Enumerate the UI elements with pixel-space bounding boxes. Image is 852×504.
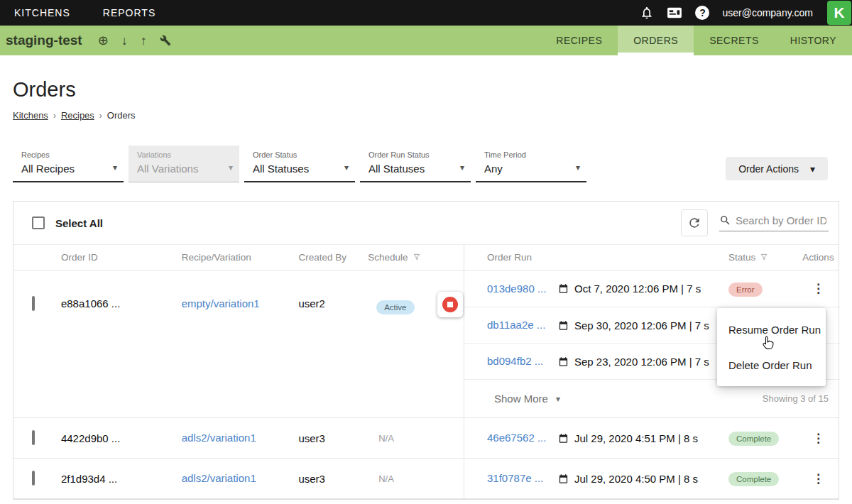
column-recipe-variation: Recipe/Variation [182,252,299,263]
filter-value: All Variations [137,163,224,175]
row-checkbox[interactable] [32,296,35,311]
filter-value: All Statuses [368,163,455,175]
filter-value: All Recipes [21,163,108,175]
filter-value: All Statuses [253,163,339,175]
run-status-badge: Error [728,283,763,297]
nav-kitchens[interactable]: KITCHENS [14,7,70,18]
select-all-checkbox[interactable] [32,217,45,229]
filter-recipes[interactable]: Recipes All Recipes ▾ [13,146,124,182]
apps-icon[interactable] [667,6,682,19]
tab-recipes[interactable]: RECIPES [540,26,618,55]
filter-order-run-status[interactable]: Order Run Status All Statuses ▾ [360,146,471,182]
select-all-label: Select All [55,217,103,229]
stop-schedule-button[interactable] [437,292,463,317]
table-row: e88a1066 ... empty/variation1 user2 Acti… [13,270,839,417]
upload-icon[interactable]: ↑ [141,34,147,47]
created-by: user3 [298,432,368,444]
run-status-badge: Complete [728,432,779,446]
chevron-down-icon: ▾ [229,163,233,172]
breadcrumb-kitchens[interactable]: Kitchens [13,110,48,121]
row-checkbox[interactable] [32,430,35,445]
order-run-link[interactable]: 013de980 ... [487,283,546,295]
order-run-link[interactable]: 46e67562 ... [487,432,546,444]
download-icon[interactable]: ↓ [121,34,128,47]
run-actions-menu-icon[interactable]: ⋮ [812,432,824,445]
refresh-button[interactable] [681,209,708,236]
refresh-icon [687,216,701,230]
column-created-by: Created By [298,252,368,263]
run-actions-menu-icon[interactable]: ⋮ [812,472,824,486]
filter-order-status[interactable]: Order Status All Statuses ▾ [244,146,355,182]
table-toolbar: Select All [13,202,839,244]
order-run-row: 013de980 ... Oct 7, 2020 12:06 PM | 7 s … [464,270,840,307]
column-order-run: Order Run [487,252,558,263]
top-bar: KITCHENS REPORTS ? user@company.com K [0,0,852,26]
filter-funnel-icon[interactable] [760,253,768,261]
topbar-right: ? user@company.com K [640,1,852,25]
calendar-icon [558,473,569,484]
breadcrumb-recipes[interactable]: Recipes [61,110,94,121]
order-run-row: 46e67562 ... Jul 29, 2020 4:51 PM | 8 s … [464,418,840,458]
row-checkbox[interactable] [32,471,35,486]
filter-time-period[interactable]: Time Period Any ▾ [476,146,586,182]
breadcrumb: Kitchens › Recipes › Orders [13,110,839,121]
nav-reports[interactable]: REPORTS [103,7,155,18]
add-kitchen-icon[interactable]: ⊕ [98,34,109,47]
breadcrumb-separator: › [99,111,102,121]
orders-table-card: Select All Order ID Recipe/Variation Cre… [13,201,839,500]
wrench-icon[interactable] [160,35,171,46]
schedule-value: N/A [378,473,394,484]
filter-label: Time Period [484,150,571,159]
menu-item-delete-order-run[interactable]: Delete Order Run [717,347,826,383]
order-id: 2f1d93d4 ... [61,473,182,485]
table-toolbar-right [681,209,829,236]
kitchen-header: staging-test ⊕ ↓ ↑ RECIPES ORDERS SECRET… [0,26,852,55]
schedule-value: N/A [378,433,394,444]
run-status-badge: Complete [728,472,779,486]
filter-variations: Variations All Variations ▾ [129,146,239,182]
kitchen-tabs: RECIPES ORDERS SECRETS HISTORY [540,26,852,55]
search-icon [719,214,731,226]
help-icon[interactable]: ? [695,6,709,20]
bell-icon[interactable] [640,6,654,20]
table-row: 2f1d93d4 ... adls2/variation1 user3 N/A … [13,458,839,499]
showing-count: Showing 3 of 15 [763,393,829,404]
order-run-link[interactable]: 31f0787e ... [487,472,543,484]
menu-item-resume-order-run[interactable]: Resume Order Run [717,312,826,347]
user-email[interactable]: user@company.com [722,7,813,18]
run-actions-menu-icon[interactable]: ⋮ [812,282,824,295]
order-run-link[interactable]: db11aa2e ... [487,319,545,331]
calendar-icon [558,320,569,331]
run-timestamp: Jul 29, 2020 4:51 PM | 8 s [574,432,698,444]
filter-funnel-icon[interactable] [413,253,420,261]
recipe-variation-link[interactable]: empty/variation1 [182,297,260,309]
chevron-down-icon: ▾ [344,163,349,172]
filter-value: Any [484,163,571,175]
filter-label: Order Status [253,150,339,159]
recipe-variation-link[interactable]: adls2/variation1 [182,432,256,444]
breadcrumb-separator: › [53,111,56,121]
calendar-icon [558,433,569,444]
kitchen-name: staging-test [6,33,82,48]
chevron-down-icon: ▾ [810,163,815,175]
run-timestamp: Sep 23, 2020 12:06 PM | 7 s [574,356,709,368]
search-input[interactable] [736,214,826,226]
select-all[interactable]: Select All [32,217,103,229]
filter-label: Recipes [21,150,108,159]
filter-label: Variations [137,150,224,159]
chevron-down-icon: ▾ [113,163,117,172]
filter-label: Order Run Status [368,150,455,159]
recipe-variation-link[interactable]: adls2/variation1 [182,472,256,484]
search-field [719,214,829,231]
kitchen-tools: ⊕ ↓ ↑ [98,26,171,55]
show-more-button[interactable]: Show More ▾ [494,393,560,405]
chevron-down-icon: ▾ [576,163,580,172]
tab-secrets[interactable]: SECRETS [694,26,775,55]
tab-orders[interactable]: ORDERS [618,26,694,55]
order-run-link[interactable]: bd094fb2 ... [487,355,543,367]
created-by: user3 [298,473,368,485]
tab-history[interactable]: HISTORY [775,26,852,55]
breadcrumb-current: Orders [107,110,136,121]
order-actions-button[interactable]: Order Actions ▾ [726,157,828,180]
chevron-down-icon: ▾ [556,394,560,404]
